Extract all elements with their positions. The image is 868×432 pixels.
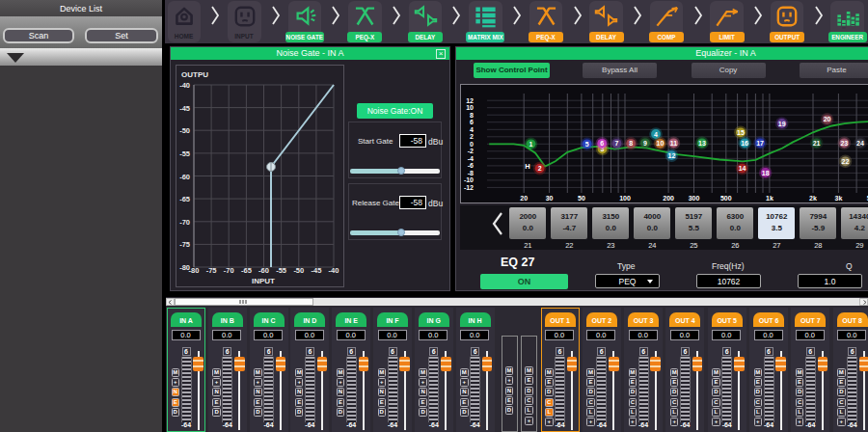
svg-text:-60: -60 bbox=[179, 173, 190, 181]
svg-text:22: 22 bbox=[842, 158, 850, 165]
svg-text:11: 11 bbox=[670, 140, 678, 147]
svg-text:500: 500 bbox=[720, 195, 732, 202]
svg-text:-55: -55 bbox=[276, 266, 286, 275]
svg-text:-12: -12 bbox=[464, 184, 474, 191]
svg-text:2: 2 bbox=[470, 133, 474, 140]
svg-text:3k: 3k bbox=[835, 195, 843, 202]
svg-text:8: 8 bbox=[470, 112, 474, 119]
svg-text:300: 300 bbox=[689, 195, 700, 202]
svg-text:OUTPU: OUTPU bbox=[181, 70, 208, 79]
svg-text:6: 6 bbox=[470, 119, 474, 125]
svg-text:1k: 1k bbox=[766, 195, 773, 202]
svg-text:-8: -8 bbox=[468, 170, 474, 176]
svg-text:INPUT: INPUT bbox=[252, 277, 275, 285]
svg-text:2: 2 bbox=[538, 165, 542, 172]
svg-text:-40: -40 bbox=[179, 81, 190, 90]
svg-text:10: 10 bbox=[657, 140, 665, 147]
svg-text:20: 20 bbox=[520, 195, 528, 202]
svg-text:-65: -65 bbox=[179, 195, 190, 203]
svg-text:-50: -50 bbox=[179, 126, 190, 135]
svg-text:24: 24 bbox=[856, 140, 864, 147]
svg-text:-60: -60 bbox=[258, 266, 269, 275]
svg-text:H: H bbox=[525, 162, 529, 171]
svg-text:21: 21 bbox=[813, 140, 821, 147]
svg-text:15: 15 bbox=[737, 129, 745, 136]
svg-text:30: 30 bbox=[546, 195, 554, 202]
svg-text:10: 10 bbox=[466, 104, 474, 111]
svg-text:7: 7 bbox=[615, 140, 619, 147]
svg-text:5: 5 bbox=[585, 141, 589, 148]
svg-text:200: 200 bbox=[663, 195, 674, 202]
svg-text:2k: 2k bbox=[809, 195, 817, 202]
svg-text:4: 4 bbox=[470, 126, 474, 133]
svg-text:0: 0 bbox=[470, 141, 474, 148]
svg-text:-45: -45 bbox=[311, 266, 321, 275]
svg-text:-75: -75 bbox=[206, 266, 217, 275]
svg-text:16: 16 bbox=[741, 140, 748, 147]
svg-text:14: 14 bbox=[739, 165, 746, 172]
svg-text:19: 19 bbox=[778, 121, 786, 127]
svg-text:17: 17 bbox=[756, 140, 764, 147]
svg-text:1: 1 bbox=[529, 141, 533, 148]
svg-text:100: 100 bbox=[619, 195, 631, 202]
svg-text:13: 13 bbox=[698, 140, 706, 147]
svg-text:-6: -6 bbox=[468, 162, 474, 169]
svg-text:23: 23 bbox=[840, 140, 848, 147]
svg-text:-40: -40 bbox=[329, 266, 339, 275]
svg-text:4: 4 bbox=[654, 131, 658, 138]
svg-text:12: 12 bbox=[466, 97, 474, 104]
svg-text:12: 12 bbox=[668, 152, 676, 159]
svg-text:-70: -70 bbox=[224, 266, 234, 275]
svg-text:-75: -75 bbox=[179, 240, 190, 249]
svg-text:50: 50 bbox=[578, 195, 585, 202]
svg-text:9: 9 bbox=[643, 140, 647, 147]
svg-text:-45: -45 bbox=[179, 104, 190, 113]
svg-text:-55: -55 bbox=[179, 149, 190, 158]
svg-text:18: 18 bbox=[762, 170, 770, 176]
svg-text:-80: -80 bbox=[189, 266, 200, 275]
svg-text:-65: -65 bbox=[241, 266, 252, 275]
svg-text:8: 8 bbox=[629, 140, 633, 147]
svg-text:-2: -2 bbox=[468, 148, 474, 154]
svg-text:20: 20 bbox=[824, 116, 831, 122]
svg-text:-70: -70 bbox=[179, 218, 190, 227]
svg-text:-50: -50 bbox=[293, 266, 304, 275]
svg-text:6: 6 bbox=[600, 140, 604, 147]
svg-text:-4: -4 bbox=[468, 155, 474, 162]
svg-text:-10: -10 bbox=[464, 176, 474, 183]
